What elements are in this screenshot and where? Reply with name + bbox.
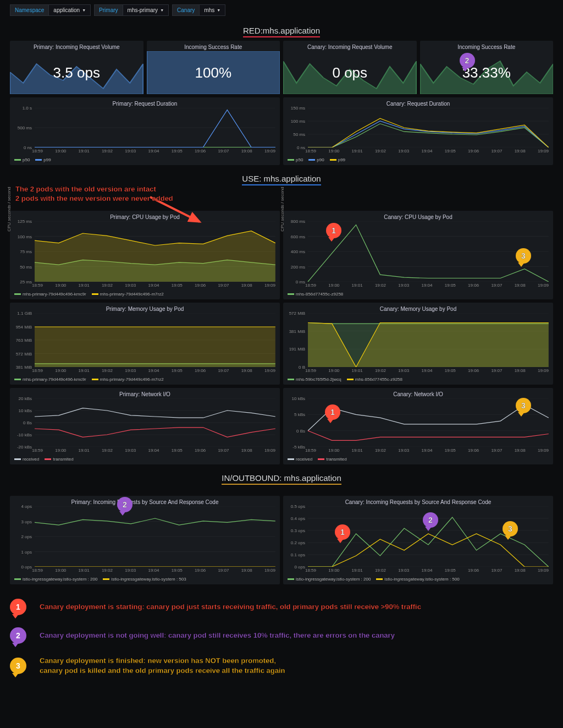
panel-title: Canary: Request Duration xyxy=(283,97,553,108)
legend-item[interactable]: istio-ingressgateway.istio-system : 200 xyxy=(14,577,97,582)
filter-value[interactable]: application▼ xyxy=(48,4,91,16)
x-axis: 18:5919:0019:0119:0219:0319:0419:0519:06… xyxy=(283,367,553,375)
annotation-bubble-1: 1 xyxy=(326,223,341,238)
annotation-row-3: 3 Canary deployment is finished: new ver… xyxy=(10,656,553,675)
sparkline: 3.5 ops xyxy=(10,51,143,94)
legend-item[interactable]: mhs-856d77455c-z9258 xyxy=(288,292,343,297)
chevron-down-icon: ▼ xyxy=(217,8,220,12)
panel-canary-net[interactable]: Canary: Network I/O-5 kBs0 Bs5 kBs10 kBs… xyxy=(283,388,553,464)
panel-primary-in[interactable]: Primary: Incoming Requests by Source And… xyxy=(10,496,280,584)
annotation-bubble-3: 3 xyxy=(10,658,26,674)
chart-area[interactable]: -20 kBs-10 kBs0 Bs10 kBs20 kBs xyxy=(10,398,280,447)
legend-item[interactable]: mhs-primary-79d449c496-m7rz2 xyxy=(92,377,164,382)
annotation-bubble-1: 1 xyxy=(335,524,350,540)
section-title-red[interactable]: RED:mhs.application xyxy=(0,20,563,41)
panel-primary-mem[interactable]: Primary: Memory Usage by Pod381 MiB572 M… xyxy=(10,303,280,385)
panel-title: Incoming Success Rate xyxy=(147,41,280,51)
sparkline: 100% xyxy=(147,51,280,94)
x-axis: 18:5919:0019:0119:0219:0319:0419:0519:06… xyxy=(10,147,280,156)
legend: p50p99 xyxy=(10,156,280,165)
legend-item[interactable]: mhs-primary-79d449c496-kmc9r xyxy=(14,377,86,382)
sparkline: 0 ops xyxy=(283,51,417,94)
panel-title: Primary: CPU Usage by Pod xyxy=(10,211,280,221)
legend-item[interactable]: received xyxy=(288,457,312,462)
row-net: Primary: Network I/O-20 kBs-10 kBs0 Bs10… xyxy=(0,388,563,468)
panel-title: Incoming Success Rate xyxy=(420,41,554,51)
filter-value[interactable]: mhs▼ xyxy=(199,4,225,16)
legend-item[interactable]: p50 xyxy=(14,157,30,162)
legend-item[interactable]: mhs-59bc765f5d-2jwcq xyxy=(288,377,341,382)
filter-label: Namespace xyxy=(10,4,48,16)
annotation-bubble-2: 2 xyxy=(10,627,26,644)
legend: mhs-856d77455c-z9258 xyxy=(283,290,553,299)
panel-primary-req-duration[interactable]: Primary: Request Duration0 ns500 ms1.0 s… xyxy=(10,97,280,165)
legend-item[interactable]: istio-ingressgateway.istio-system : 500 xyxy=(376,577,459,582)
annotation-bubble-3: 3 xyxy=(516,248,531,264)
panel-canary-mem[interactable]: Canary: Memory Usage by Pod0 B191 MiB381… xyxy=(283,303,553,385)
legend: mhs-primary-79d449c496-kmc9rmhs-primary-… xyxy=(10,290,280,299)
chart-area[interactable]: 0 ns500 ms1.0 s xyxy=(10,108,280,147)
chart-area[interactable]: CPU seconds / second25 ms50 ms75 ms100 m… xyxy=(10,221,280,282)
legend: receivedtransmited xyxy=(283,455,553,464)
legend-item[interactable]: transmited xyxy=(318,457,346,462)
annotation-row-2: 2 Canary deployment is not going well: c… xyxy=(10,627,553,644)
annotation-bubble-2: 2 xyxy=(117,497,133,512)
legend: p50p90p99 xyxy=(283,156,553,165)
panel-primary-net[interactable]: Primary: Network I/O-20 kBs-10 kBs0 Bs10… xyxy=(10,388,280,464)
chart-area[interactable]: -5 kBs0 Bs5 kBs10 kBs xyxy=(283,398,553,447)
filter-value[interactable]: mhs-primary▼ xyxy=(123,4,169,16)
panel-canary-req-duration[interactable]: Canary: Request Duration0 ns50 ms100 ms1… xyxy=(283,97,553,165)
legend-item[interactable]: p99 xyxy=(35,157,51,162)
legend-item[interactable]: p99 xyxy=(330,157,345,162)
chart-area[interactable]: 381 MiB572 MiB763 MiB954 MiB1.1 GiB xyxy=(10,313,280,367)
stat-row: Primary: Incoming Request Volume3.5 opsI… xyxy=(0,41,563,97)
x-axis: 18:5919:0019:0119:0219:0319:0419:0519:06… xyxy=(283,447,553,455)
chevron-down-icon: ▼ xyxy=(160,8,164,12)
stat-panel-primary_vol[interactable]: Primary: Incoming Request Volume3.5 ops xyxy=(10,41,143,94)
panel-canary-in[interactable]: Canary: Incoming Requests by Source And … xyxy=(283,496,553,584)
annotation-bubble-3: 3 xyxy=(516,398,531,413)
legend-item[interactable]: p90 xyxy=(308,157,324,162)
legend-item[interactable]: transmited xyxy=(45,457,73,462)
legend-item[interactable]: istio-ingressgateway.istio-system : 200 xyxy=(288,577,371,582)
legend-item[interactable]: mhs-856d77455c-z9258 xyxy=(347,377,402,382)
filter-namespace[interactable]: Namespace application▼ xyxy=(10,4,91,16)
chart-area[interactable]: 0 ops1 ops2 ops3 ops4 ops xyxy=(10,506,280,567)
section-title-io[interactable]: IN/OUTBOUND: mhs.application xyxy=(0,468,563,488)
filter-primary[interactable]: Primary mhs-primary▼ xyxy=(94,4,169,16)
annotation-bubble-1: 1 xyxy=(325,404,340,420)
annotation-bubble-2: 2 xyxy=(423,512,438,528)
x-axis: 18:5919:0019:0119:0219:0319:0419:0519:06… xyxy=(10,282,280,290)
stat-panel-canary_vol[interactable]: Canary: Incoming Request Volume0 ops xyxy=(283,41,417,94)
x-axis: 18:5919:0019:0119:0219:0319:0419:0519:06… xyxy=(283,567,553,575)
row-inbound: Primary: Incoming Requests by Source And… xyxy=(0,496,563,588)
annotation-bubble-2: 2 xyxy=(460,53,475,68)
legend-item[interactable]: p50 xyxy=(288,157,303,162)
panel-canary-cpu[interactable]: Canary: CPU Usage by PodCPU seconds / se… xyxy=(283,211,553,299)
chart-area[interactable]: 0 ops0.1 ops0.2 ops0.3 ops0.4 ops0.5 ops xyxy=(283,506,553,567)
chart-area[interactable]: 0 ns50 ms100 ms150 ms xyxy=(283,108,553,147)
filter-canary[interactable]: Canary mhs▼ xyxy=(172,4,225,16)
x-axis: 18:5919:0019:0119:0219:0319:0419:0519:06… xyxy=(283,147,553,156)
stat-panel-primary_success[interactable]: Incoming Success Rate100% xyxy=(147,41,280,94)
panel-primary-cpu[interactable]: Primary: CPU Usage by PodCPU seconds / s… xyxy=(10,211,280,299)
panel-title: Canary: Network I/O xyxy=(283,388,553,398)
legend: receivedtransmited xyxy=(10,455,280,464)
legend-item[interactable]: istio-ingressgateway.istio-system : 503 xyxy=(103,577,186,582)
chart-area[interactable]: 0 B191 MiB381 MiB572 MiB xyxy=(283,313,553,367)
panel-title: Primary: Incoming Request Volume xyxy=(10,41,143,51)
annotation-text: Canary deployment is starting: canary po… xyxy=(40,602,421,612)
legend-item[interactable]: received xyxy=(14,457,39,462)
legend: mhs-59bc765f5d-2jwcqmhs-856d77455c-z9258 xyxy=(283,375,553,385)
panel-title: Primary: Request Duration xyxy=(10,97,280,108)
legend-item[interactable]: mhs-primary-79d449c496-kmc9r xyxy=(14,292,86,297)
chart-area[interactable]: CPU seconds / second0 ms200 ms400 ms600 … xyxy=(283,221,553,282)
stat-panel-canary_success[interactable]: Incoming Success Rate33.33%2 xyxy=(420,41,554,94)
stat-value: 3.5 ops xyxy=(53,64,100,81)
legend-item[interactable]: mhs-primary-79d449c496-m7rz2 xyxy=(92,292,164,297)
x-axis: 18:5919:0019:0119:0219:0319:0419:0519:06… xyxy=(10,447,280,455)
panel-title: Primary: Incoming Requests by Source And… xyxy=(10,496,280,506)
panel-title: Canary: CPU Usage by Pod xyxy=(283,211,553,221)
footer-annotations: 1 Canary deployment is starting: canary … xyxy=(0,588,563,704)
x-axis: 18:5919:0019:0119:0219:0319:0419:0519:06… xyxy=(10,367,280,375)
